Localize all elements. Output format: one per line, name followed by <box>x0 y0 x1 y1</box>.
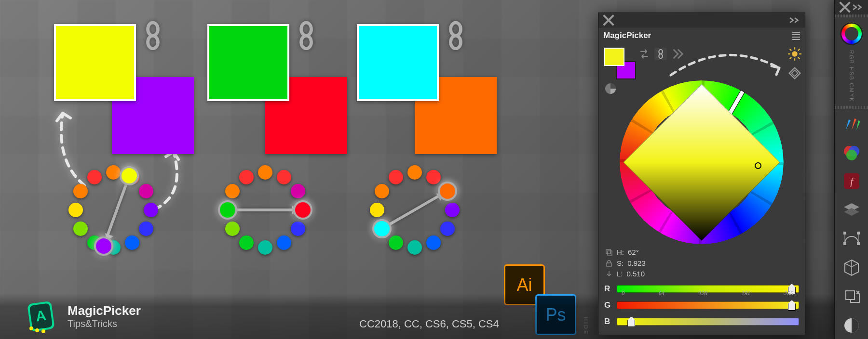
diamond-mode-icon[interactable] <box>787 66 802 80</box>
svg-rect-24 <box>789 68 800 79</box>
slider-g-track[interactable] <box>617 301 799 309</box>
slider-b-thumb[interactable] <box>627 316 635 327</box>
slider-b[interactable]: B <box>604 313 799 330</box>
link-icon <box>446 21 465 50</box>
venn-icon[interactable] <box>842 143 861 162</box>
svg-rect-35 <box>606 249 610 254</box>
hue-dot <box>87 170 102 184</box>
hue-dot <box>407 165 422 180</box>
slider-b-track[interactable] <box>617 318 799 326</box>
s-value: 0.923 <box>627 258 646 269</box>
svg-rect-49 <box>846 291 854 300</box>
hue-dot <box>225 222 240 236</box>
flash-icon[interactable]: f <box>842 171 861 191</box>
cube-icon[interactable] <box>842 258 861 277</box>
pie-icon[interactable] <box>604 82 617 95</box>
svg-point-3 <box>301 36 312 49</box>
svg-point-15 <box>792 51 798 57</box>
right-side-panel[interactable]: RGB HSB CMYK f <box>834 0 868 339</box>
hue-dot <box>440 222 455 236</box>
slider-g[interactable]: 064128191255 G <box>604 297 799 313</box>
hue-dot <box>73 222 88 236</box>
mini-color-wheel <box>70 167 157 253</box>
hue-dot <box>291 222 305 236</box>
close-icon[interactable] <box>839 1 851 13</box>
s-label: S: <box>617 258 624 269</box>
copy-icon[interactable] <box>605 248 613 256</box>
hue-dot <box>144 203 158 217</box>
hue-dot <box>125 235 139 250</box>
hue-dot <box>370 203 384 217</box>
mini-color-wheel <box>371 167 458 253</box>
slider-g-label: G <box>604 300 612 310</box>
wheel-connection-line <box>228 209 294 211</box>
rgb-sliders: R 064128191255 G B <box>598 278 805 335</box>
grip-icon[interactable] <box>835 14 868 17</box>
svg-text:A: A <box>35 307 47 324</box>
down-icon[interactable] <box>605 270 613 278</box>
link-icon <box>143 21 163 50</box>
color-wheel[interactable] <box>620 80 784 244</box>
hue-dot <box>375 184 389 198</box>
panel-header[interactable] <box>598 13 805 27</box>
magicpicker-logo-icon: A <box>24 300 58 333</box>
hue-dot <box>139 222 153 236</box>
svg-point-5 <box>451 36 461 49</box>
link-fgbg-icon[interactable] <box>654 48 667 60</box>
hue-dot <box>407 240 422 255</box>
ai-label: Ai <box>516 275 532 295</box>
collapse-icon[interactable] <box>852 1 864 13</box>
link-icon <box>297 21 316 50</box>
color-mode-labels[interactable]: RGB HSB CMYK <box>849 50 854 102</box>
hue-dot <box>445 203 460 217</box>
layers-icon[interactable] <box>842 200 861 220</box>
panel-dashed-arrow <box>666 49 787 82</box>
svg-line-20 <box>790 49 791 51</box>
foreground-swatch[interactable] <box>604 48 624 66</box>
close-icon[interactable] <box>602 14 615 26</box>
contrast-icon[interactable] <box>842 316 861 335</box>
transform-icon[interactable] <box>842 287 861 306</box>
brushes-icon[interactable] <box>842 114 861 133</box>
side-header[interactable] <box>835 0 868 14</box>
selected-hue-b <box>293 200 312 220</box>
swatch-fg <box>207 24 289 101</box>
collapse-icon[interactable] <box>788 14 801 26</box>
svg-point-2 <box>301 23 312 36</box>
bezier-icon[interactable] <box>842 229 861 248</box>
hue-dot <box>239 235 254 250</box>
fg-bg-swatch[interactable] <box>604 48 633 74</box>
hue-dot <box>139 184 153 198</box>
hsl-readout: H: 62° S: 0.923 L: 0.510 <box>605 247 646 280</box>
panel-title: MagicPicker <box>603 31 651 40</box>
hue-dot <box>277 235 291 250</box>
hue-dot <box>106 165 121 180</box>
hue-dot <box>239 170 254 184</box>
svg-point-0 <box>148 23 158 36</box>
banner-subtitle: Tips&Tricks <box>68 318 141 329</box>
panel-menu-icon[interactable] <box>792 32 800 40</box>
slider-g-thumb[interactable] <box>788 300 796 311</box>
hue-dot <box>258 240 272 255</box>
hue-dot <box>426 235 441 250</box>
svg-point-12 <box>659 50 662 54</box>
swatch-fg <box>54 24 136 101</box>
hue-dot <box>389 235 403 250</box>
magicpicker-panel[interactable]: MagicPicker <box>598 13 805 335</box>
swatch-fg <box>357 24 439 101</box>
svg-point-13 <box>659 54 662 58</box>
svg-rect-25 <box>791 70 798 76</box>
hue-dot <box>277 170 291 184</box>
svg-line-22 <box>798 49 800 51</box>
diamond-cursor[interactable] <box>755 162 761 169</box>
lock-icon[interactable] <box>605 260 613 267</box>
selected-hue-a <box>120 166 139 185</box>
swap-icon[interactable] <box>638 48 651 60</box>
hue-dot <box>291 184 305 198</box>
grip-icon[interactable] <box>835 106 868 109</box>
h-value: 62° <box>628 247 639 258</box>
sun-icon[interactable] <box>787 47 802 61</box>
hue-dot <box>225 184 240 198</box>
color-ring-icon[interactable] <box>840 22 863 45</box>
svg-point-4 <box>451 23 461 36</box>
